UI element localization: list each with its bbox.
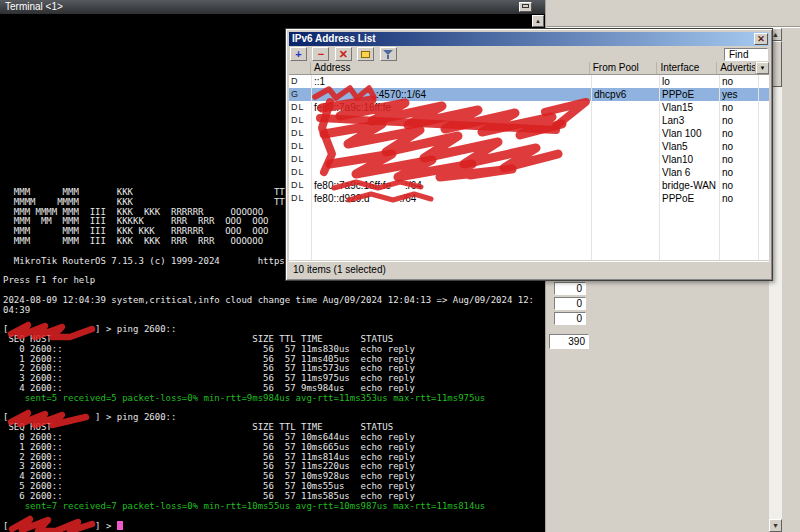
terminal-line: [ ] > (3, 521, 534, 531)
table-row[interactable]: DLVlan10no (289, 153, 769, 166)
table-cell: Lan3 (659, 114, 719, 127)
table-cell (311, 127, 591, 140)
address-column-header[interactable]: Address (311, 62, 590, 74)
table-cell: no (719, 140, 758, 153)
table-row[interactable]: DLfe80::7a9c:16ff:feVlan15no (289, 101, 769, 114)
column-separator (311, 75, 312, 260)
comment-icon (361, 51, 370, 58)
column-separator (758, 75, 759, 260)
table-cell: ::1 (311, 75, 591, 88)
table-cell: D (289, 75, 311, 88)
terminal-titlebar[interactable]: Terminal <1> (0, 0, 545, 14)
table-cell: no (719, 179, 758, 192)
table-cell: lo (659, 75, 719, 88)
table-cell: bridge-WAN (659, 179, 719, 192)
ipv6-window-titlebar[interactable]: IPv6 Address List ✕ (289, 32, 769, 46)
table-row[interactable]: DLfe80::7a9c:16ff:fe:/64bridge-WANno (289, 179, 769, 192)
table-cell: Vlan5 (659, 140, 719, 153)
terminal-line: 04:39 (3, 306, 534, 316)
ipv6-address-list-window[interactable]: IPv6 Address List ✕ + − ✕ Find Address F… (285, 28, 773, 281)
column-select-dropdown-icon[interactable]: ▼ (756, 62, 769, 74)
table-cell (591, 140, 659, 153)
table-row[interactable]: G:4570::1/64dhcpv6PPPoEyes (289, 88, 769, 101)
table-cell: DL (289, 114, 311, 127)
table-cell: fe80::d929:d:/64 (311, 192, 591, 205)
table-cell: no (719, 114, 758, 127)
plus-icon: + (295, 48, 301, 60)
stat-value-box: 390 (549, 334, 589, 349)
minus-icon: − (318, 48, 324, 60)
table-cell: Vlan15 (659, 101, 719, 114)
restore-window-icon[interactable] (519, 2, 532, 12)
remove-button[interactable]: − (312, 47, 329, 61)
table-cell: PPPoE (659, 192, 719, 205)
table-row[interactable]: DLVlan 6no (289, 166, 769, 179)
table-cell: Vlan10 (659, 153, 719, 166)
table-row[interactable]: DLLan3no (289, 114, 769, 127)
table-cell: no (719, 166, 758, 179)
table-cell: no (719, 192, 758, 205)
table-cell (591, 101, 659, 114)
interface-column-header[interactable]: Interface (657, 62, 717, 74)
table-cell (311, 166, 591, 179)
add-button[interactable]: + (290, 47, 307, 61)
terminal-line: sent=5 received=5 packet-loss=0% min-rtt… (3, 394, 534, 404)
table-cell: DL (289, 192, 311, 205)
filter-icon (383, 50, 393, 59)
advertise-column-header[interactable]: Advertise (717, 62, 756, 74)
table-cell: no (719, 153, 758, 166)
table-row[interactable]: D::1lono (289, 75, 769, 88)
stat-value-box: 0 (554, 312, 586, 325)
table-row[interactable]: DLVlan5no (289, 140, 769, 153)
table-cell: PPPoE (659, 88, 719, 101)
table-cell: :4570::1/64 (311, 88, 591, 101)
ipv6-list-header: Address From Pool Interface Advertise ▼ (289, 62, 769, 75)
column-separator (719, 75, 720, 260)
cross-icon: ✕ (339, 48, 348, 60)
close-icon[interactable]: ✕ (754, 33, 768, 45)
table-cell: no (719, 127, 758, 140)
ipv6-list-body[interactable]: D::1lonoG:4570::1/64dhcpv6PPPoEyesDLfe80… (289, 75, 769, 260)
comment-button[interactable] (357, 47, 374, 61)
terminal-line: sent=7 received=7 packet-loss=0% min-rtt… (3, 502, 534, 512)
column-separator (659, 75, 660, 260)
stat-value-box: 0 (554, 297, 586, 310)
table-cell: dhcpv6 (591, 88, 659, 101)
table-row[interactable]: DLVlan 100no (289, 127, 769, 140)
from-pool-column-header[interactable]: From Pool (590, 62, 658, 74)
table-cell (311, 140, 591, 153)
table-cell: fe80::7a9c:16ff:fe:/64 (311, 179, 591, 192)
table-cell: yes (719, 88, 758, 101)
table-cell: fe80::7a9c:16ff:fe (311, 101, 591, 114)
terminal-title: Terminal <1> (5, 1, 63, 12)
table-cell (311, 153, 591, 166)
find-input[interactable]: Find (724, 48, 768, 61)
flags-column-header[interactable] (289, 62, 311, 74)
table-cell (591, 114, 659, 127)
column-separator (591, 75, 592, 260)
stat-value-box: 0 (554, 282, 586, 295)
filter-button[interactable] (380, 47, 397, 61)
ipv6-toolbar: + − ✕ Find (289, 46, 769, 62)
table-cell: DL (289, 101, 311, 114)
terminal-scroll-up-icon[interactable]: ▲ (532, 15, 544, 27)
table-cell: no (719, 75, 758, 88)
table-cell (591, 179, 659, 192)
ipv6-window-title: IPv6 Address List (292, 33, 376, 44)
table-cell: no (719, 101, 758, 114)
terminal-cursor (117, 521, 123, 530)
table-cell (311, 114, 591, 127)
scroll-down-icon[interactable]: ▼ (769, 519, 782, 532)
table-cell: DL (289, 179, 311, 192)
table-cell (591, 192, 659, 205)
terminal-line (3, 511, 534, 521)
table-cell (591, 153, 659, 166)
table-cell: Vlan 100 (659, 127, 719, 140)
table-cell: DL (289, 127, 311, 140)
table-cell: Vlan 6 (659, 166, 719, 179)
table-cell: G (289, 88, 311, 101)
table-cell: DL (289, 166, 311, 179)
table-row[interactable]: DLfe80::d929:d:/64PPPoEno (289, 192, 769, 205)
disable-button[interactable]: ✕ (335, 47, 352, 61)
table-cell (591, 75, 659, 88)
